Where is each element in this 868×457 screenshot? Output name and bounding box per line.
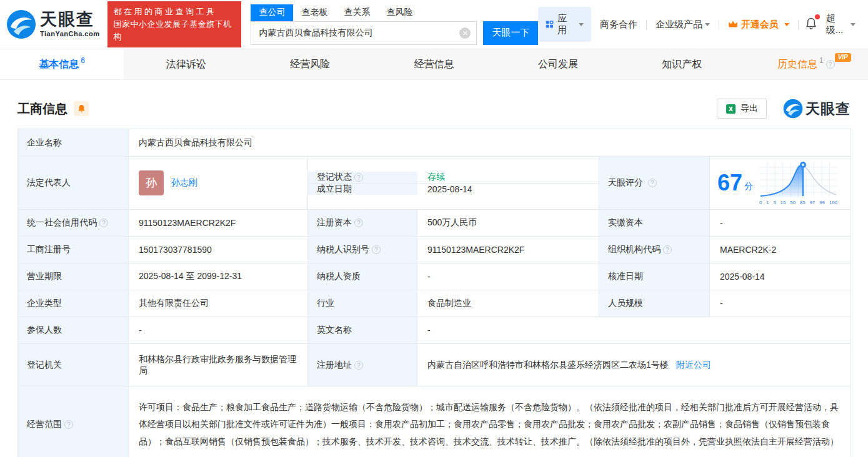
org-code-label: 组织机构代码? xyxy=(599,237,710,263)
reg-authority-label: 登记机关 xyxy=(18,344,129,386)
score-label: 天眼评分 ? xyxy=(599,157,710,210)
search-tab-company[interactable]: 查公司 xyxy=(251,4,293,21)
promo-line2: 国家中小企业发展子基金旗下机构 xyxy=(113,18,236,43)
watermark-logo: 天眼查 xyxy=(783,99,851,119)
score-value: 67 xyxy=(717,172,742,194)
export-button[interactable]: 导出 xyxy=(717,99,767,119)
tab-operation-risk[interactable]: 经营风险 xyxy=(248,49,372,79)
taxpayer-quality-label: 纳税人资质 xyxy=(308,263,417,290)
chevron-down-icon xyxy=(851,23,856,26)
nearby-companies-link[interactable]: 附近公司 xyxy=(676,360,711,370)
industry-label: 行业 xyxy=(308,290,417,317)
promo-line1: 都在用的商业查询工具 xyxy=(113,6,236,18)
help-icon[interactable]: ? xyxy=(372,245,381,254)
clear-search-icon[interactable]: ✕ xyxy=(459,27,471,39)
apps-menu[interactable]: 应用 xyxy=(538,7,591,42)
logo-swirl-icon xyxy=(783,99,803,119)
legal-rep-cell: 孙 孙志刚 xyxy=(129,157,308,210)
approval-date-value: 2025-08-14 xyxy=(710,263,851,290)
account-more[interactable]: 超级... xyxy=(824,12,856,36)
help-icon[interactable]: ? xyxy=(648,179,657,187)
reg-capital-value: 500万人民币 xyxy=(417,210,599,237)
reg-authority-value: 和林格尔县行政审批政务服务与数据管理局 xyxy=(129,344,308,386)
tianyancha-logo[interactable]: 天眼查 TianYanCha.com xyxy=(6,9,99,39)
search-tab-boss[interactable]: 查老板 xyxy=(293,4,336,21)
score-distribution-chart[interactable]: 01 315 5085 9799 100 xyxy=(759,161,839,205)
reg-capital-label: 注册资本? xyxy=(308,210,417,237)
section-header: 工商信息 导出 天眼查 xyxy=(17,99,851,119)
apps-label: 应用 xyxy=(557,12,572,36)
org-code-value: MAERCR2K-2 xyxy=(710,237,851,263)
biz-scope-value: 许可项目：食品生产；粮食加工食品生产；道路货物运输（不含危险货物）；城市配送运输… xyxy=(129,386,851,457)
table-row: 企业名称 内蒙古西贝食品科技有限公司 xyxy=(18,129,851,157)
table-row: 参保人数 - 英文名称 - xyxy=(18,317,851,344)
tab-history-info[interactable]: VIP 历史信息 1 ? xyxy=(744,49,868,79)
search-input[interactable] xyxy=(251,21,477,45)
crown-icon xyxy=(728,20,738,29)
score-axis: 01 315 5085 9799 100 xyxy=(759,200,837,205)
search-button[interactable]: 天眼一下 xyxy=(483,21,538,45)
table-row: 营业期限 2025-08-14 至 2099-12-31 纳税人资质 - 核准日… xyxy=(18,263,851,290)
menu-biz-coop[interactable]: 商务合作 xyxy=(591,19,646,31)
industry-value: 食品制造业 xyxy=(417,290,599,317)
notification-dot xyxy=(815,14,820,19)
bell-icon xyxy=(77,104,86,113)
promo-badge: 都在用的商业查询工具 国家中小企业发展子基金旗下机构 xyxy=(107,1,241,47)
credit-code-value: 91150123MAERCR2K2F xyxy=(129,210,308,237)
reg-address-cell: 内蒙古自治区呼和浩特市和林格尔县盛乐经济园区二农场1号楼 附近公司 xyxy=(417,344,851,386)
company-nav-tabs: 基本信息 6 法律诉讼 经营风险 经营信息 公司发展 知识产权 VIP 历史信息… xyxy=(0,49,868,80)
legal-rep-link[interactable]: 孙志刚 xyxy=(171,177,197,189)
paid-capital-label: 实缴资本 xyxy=(599,210,710,237)
help-icon[interactable]: ? xyxy=(354,361,363,370)
search-tab-risk[interactable]: 查风险 xyxy=(378,4,421,21)
open-vip-button[interactable]: 开通会员 xyxy=(719,19,798,31)
reg-number-label: 工商注册号 xyxy=(18,237,129,263)
reg-number-value: 150173037781590 xyxy=(129,237,308,263)
approval-date-label: 核准日期 xyxy=(599,263,710,290)
chevron-down-icon xyxy=(579,23,584,26)
tab-operation-info[interactable]: 经营信息 xyxy=(372,49,496,79)
insured-count-label: 参保人数 xyxy=(18,317,129,344)
company-name-label: 企业名称 xyxy=(18,129,129,157)
tab-legal-litigation[interactable]: 法律诉讼 xyxy=(124,49,247,79)
watermark-text: 天眼查 xyxy=(806,99,851,119)
vip-badge: VIP xyxy=(835,53,851,62)
help-icon[interactable]: ? xyxy=(99,219,108,227)
paid-capital-value: - xyxy=(710,210,851,237)
table-row: 企业类型 其他有限责任公司 行业 食品制造业 人员规模 - xyxy=(18,290,851,317)
est-date-value: 2025-08-14 xyxy=(417,183,599,195)
menu-enterprise[interactable]: 企业级产品 xyxy=(647,19,719,31)
help-icon[interactable]: ? xyxy=(64,420,73,429)
company-type-label: 企业类型 xyxy=(18,290,129,317)
logo-title: 天眼查 xyxy=(40,11,99,28)
notification-bell[interactable] xyxy=(799,17,824,32)
tab-basic-info[interactable]: 基本信息 6 xyxy=(0,49,124,79)
search-tab-relation[interactable]: 查关系 xyxy=(336,4,378,21)
chevron-down-icon xyxy=(784,23,789,26)
excel-icon xyxy=(726,104,736,114)
taxpayer-id-value: 91150123MAERCR2K2F xyxy=(417,237,599,263)
monitor-bell-button[interactable] xyxy=(74,101,89,116)
table-row: 法定代表人 孙 孙志刚 登记状态 ? 存续 成立日期 xyxy=(18,157,851,210)
biz-term-label: 营业期限 xyxy=(18,263,129,290)
taxpayer-quality-value: - xyxy=(417,263,599,290)
help-icon[interactable]: ? xyxy=(826,60,835,69)
tab-count: 1 xyxy=(819,56,824,65)
taxpayer-id-label: 纳税人识别号? xyxy=(308,237,417,263)
tab-intellectual-property[interactable]: 知识产权 xyxy=(620,49,744,79)
section-title: 工商信息 xyxy=(17,101,67,117)
reg-address-label: 注册地址? xyxy=(308,344,417,386)
help-icon[interactable]: ? xyxy=(354,173,363,182)
english-name-value: - xyxy=(417,317,851,344)
company-name-value: 内蒙古西贝食品科技有限公司 xyxy=(129,129,851,157)
score-cell: 67 分 xyxy=(710,157,851,210)
table-row: 登记机关 和林格尔县行政审批政务服务与数据管理局 注册地址? 内蒙古自治区呼和浩… xyxy=(18,344,851,386)
insured-count-value: - xyxy=(129,317,308,344)
tab-company-development[interactable]: 公司发展 xyxy=(496,49,620,79)
help-icon[interactable]: ? xyxy=(354,219,363,227)
reg-status-label: 登记状态 ? xyxy=(308,172,417,183)
table-row: 经营范围? 许可项目：食品生产；粮食加工食品生产；道路货物运输（不含危险货物）；… xyxy=(18,386,851,457)
help-icon[interactable]: ? xyxy=(663,245,672,254)
apps-grid-icon xyxy=(546,19,554,29)
avatar[interactable]: 孙 xyxy=(139,170,164,195)
